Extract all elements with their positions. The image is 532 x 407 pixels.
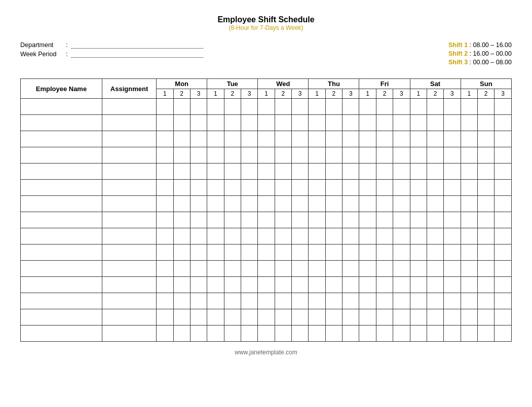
day-4-shift-3-cell[interactable]: [343, 245, 359, 261]
employee-name-cell[interactable]: [21, 164, 102, 180]
day-7-shift-2-cell[interactable]: [477, 309, 494, 325]
day-6-shift-1-cell[interactable]: [410, 115, 427, 131]
day-6-shift-1-cell[interactable]: [410, 228, 427, 245]
day-5-shift-1-cell[interactable]: [359, 277, 376, 293]
day-3-shift-2-cell[interactable]: [275, 261, 291, 277]
assignment-cell[interactable]: [102, 212, 156, 228]
day-5-shift-3-cell[interactable]: [393, 180, 410, 196]
day-1-shift-2-cell[interactable]: [173, 309, 190, 325]
day-3-shift-2-cell[interactable]: [275, 245, 291, 261]
employee-name-cell[interactable]: [21, 293, 102, 309]
day-6-shift-3-cell[interactable]: [444, 147, 461, 164]
day-5-shift-2-cell[interactable]: [376, 99, 393, 115]
day-2-shift-3-cell[interactable]: [241, 131, 257, 147]
day-1-shift-3-cell[interactable]: [190, 212, 207, 228]
day-7-shift-2-cell[interactable]: [477, 180, 494, 196]
day-1-shift-1-cell[interactable]: [157, 147, 173, 164]
day-4-shift-2-cell[interactable]: [325, 309, 342, 325]
day-3-shift-1-cell[interactable]: [258, 99, 275, 115]
table-row[interactable]: [21, 99, 512, 115]
day-1-shift-3-cell[interactable]: [190, 180, 207, 196]
day-6-shift-3-cell[interactable]: [444, 115, 461, 131]
day-2-shift-1-cell[interactable]: [207, 277, 224, 293]
day-6-shift-2-cell[interactable]: [427, 261, 443, 277]
day-2-shift-1-cell[interactable]: [207, 212, 224, 228]
day-5-shift-2-cell[interactable]: [376, 115, 393, 131]
day-3-shift-2-cell[interactable]: [275, 212, 291, 228]
day-6-shift-2-cell[interactable]: [427, 325, 443, 342]
employee-name-cell[interactable]: [21, 147, 102, 164]
day-4-shift-1-cell[interactable]: [309, 325, 325, 342]
day-3-shift-2-cell[interactable]: [275, 115, 291, 131]
day-5-shift-2-cell[interactable]: [376, 147, 393, 164]
day-3-shift-3-cell[interactable]: [292, 245, 309, 261]
day-2-shift-2-cell[interactable]: [224, 164, 241, 180]
day-3-shift-1-cell[interactable]: [258, 293, 275, 309]
day-2-shift-3-cell[interactable]: [241, 261, 257, 277]
day-7-shift-1-cell[interactable]: [461, 180, 477, 196]
day-1-shift-2-cell[interactable]: [173, 99, 190, 115]
day-3-shift-3-cell[interactable]: [292, 277, 309, 293]
day-5-shift-2-cell[interactable]: [376, 325, 393, 342]
day-3-shift-1-cell[interactable]: [258, 115, 275, 131]
day-4-shift-1-cell[interactable]: [309, 212, 325, 228]
day-5-shift-2-cell[interactable]: [376, 309, 393, 325]
day-7-shift-3-cell[interactable]: [495, 309, 512, 325]
assignment-cell[interactable]: [102, 309, 156, 325]
day-7-shift-3-cell[interactable]: [495, 228, 512, 245]
day-3-shift-2-cell[interactable]: [275, 147, 291, 164]
day-6-shift-3-cell[interactable]: [444, 164, 461, 180]
table-row[interactable]: [21, 245, 512, 261]
day-5-shift-3-cell[interactable]: [393, 325, 410, 342]
day-5-shift-3-cell[interactable]: [393, 212, 410, 228]
day-5-shift-1-cell[interactable]: [359, 131, 376, 147]
day-3-shift-3-cell[interactable]: [292, 115, 309, 131]
day-4-shift-2-cell[interactable]: [325, 325, 342, 342]
day-7-shift-3-cell[interactable]: [495, 115, 512, 131]
day-2-shift-3-cell[interactable]: [241, 277, 257, 293]
employee-name-cell[interactable]: [21, 309, 102, 325]
assignment-cell[interactable]: [102, 325, 156, 342]
day-1-shift-3-cell[interactable]: [190, 325, 207, 342]
day-6-shift-1-cell[interactable]: [410, 245, 427, 261]
assignment-cell[interactable]: [102, 277, 156, 293]
day-5-shift-2-cell[interactable]: [376, 228, 393, 245]
assignment-cell[interactable]: [102, 228, 156, 245]
day-2-shift-2-cell[interactable]: [224, 99, 241, 115]
day-4-shift-2-cell[interactable]: [325, 212, 342, 228]
day-5-shift-3-cell[interactable]: [393, 196, 410, 212]
day-4-shift-2-cell[interactable]: [325, 99, 342, 115]
day-7-shift-1-cell[interactable]: [461, 212, 477, 228]
day-4-shift-3-cell[interactable]: [343, 261, 359, 277]
day-2-shift-2-cell[interactable]: [224, 131, 241, 147]
day-2-shift-1-cell[interactable]: [207, 99, 224, 115]
day-1-shift-3-cell[interactable]: [190, 147, 207, 164]
employee-name-cell[interactable]: [21, 115, 102, 131]
day-3-shift-2-cell[interactable]: [275, 196, 291, 212]
day-1-shift-1-cell[interactable]: [157, 212, 173, 228]
day-7-shift-3-cell[interactable]: [495, 196, 512, 212]
day-6-shift-2-cell[interactable]: [427, 115, 443, 131]
day-2-shift-3-cell[interactable]: [241, 293, 257, 309]
day-5-shift-3-cell[interactable]: [393, 228, 410, 245]
day-7-shift-3-cell[interactable]: [495, 180, 512, 196]
day-7-shift-1-cell[interactable]: [461, 164, 477, 180]
day-2-shift-2-cell[interactable]: [224, 180, 241, 196]
table-row[interactable]: [21, 277, 512, 293]
day-5-shift-1-cell[interactable]: [359, 245, 376, 261]
day-5-shift-1-cell[interactable]: [359, 196, 376, 212]
employee-name-cell[interactable]: [21, 212, 102, 228]
day-3-shift-2-cell[interactable]: [275, 180, 291, 196]
day-3-shift-2-cell[interactable]: [275, 325, 291, 342]
day-3-shift-1-cell[interactable]: [258, 309, 275, 325]
day-4-shift-3-cell[interactable]: [343, 212, 359, 228]
day-5-shift-2-cell[interactable]: [376, 293, 393, 309]
table-row[interactable]: [21, 309, 512, 325]
day-4-shift-3-cell[interactable]: [343, 99, 359, 115]
day-4-shift-3-cell[interactable]: [343, 147, 359, 164]
day-2-shift-2-cell[interactable]: [224, 147, 241, 164]
day-3-shift-1-cell[interactable]: [258, 245, 275, 261]
assignment-cell[interactable]: [102, 293, 156, 309]
day-4-shift-1-cell[interactable]: [309, 99, 325, 115]
day-2-shift-1-cell[interactable]: [207, 245, 224, 261]
